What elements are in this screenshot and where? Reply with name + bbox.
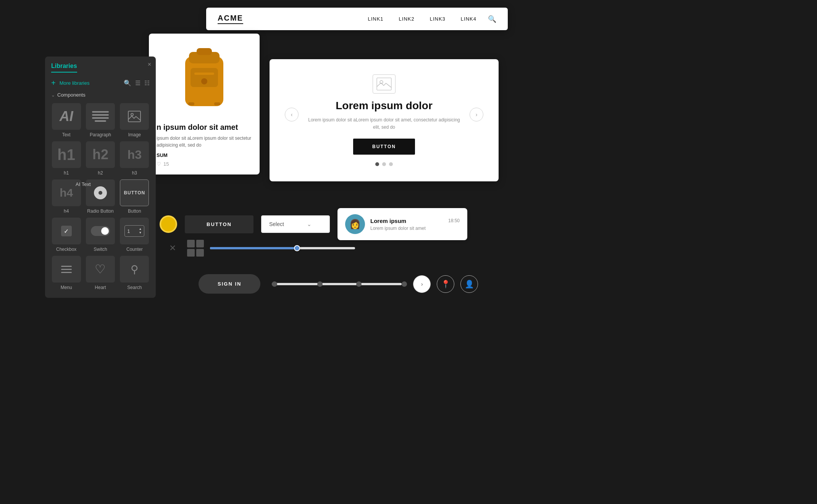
nav-link-4[interactable]: LINK4 [461,16,476,22]
component-search[interactable]: ⚲ Search [119,256,150,290]
component-h1[interactable]: h1 h1 [51,141,81,176]
paragraph-component-label: Paragraph [90,132,111,137]
grid-icon[interactable] [187,240,204,257]
svg-rect-0 [128,111,140,122]
radio-button-component[interactable] [160,215,177,233]
counter-component-icon: 1▲▼ [120,218,149,244]
svg-point-1 [131,113,133,116]
stepper-step-2 [317,281,323,287]
carousel-title: Lorem ipsum dolor [306,100,462,112]
svg-point-7 [201,78,207,84]
search-component-icon: ⚲ [120,256,149,283]
text-component-label: Text [62,132,71,137]
image-component-label: Image [128,132,141,137]
component-menu[interactable]: Menu [51,256,81,290]
heart-component-icon: ♡ [86,256,115,283]
carousel-button[interactable]: BUTTON [353,139,415,155]
carousel-dot-3[interactable] [389,162,393,166]
component-grid: AI Text Paragraph Image [51,103,150,290]
component-h2[interactable]: h2 h2 [85,141,115,176]
stepper-step-4 [402,281,407,287]
nav-search-icon[interactable]: 🔍 [488,15,496,23]
nav-link-1[interactable]: LINK1 [368,16,383,22]
component-heart[interactable]: ♡ Heart [85,256,115,290]
switch-component-label: Switch [94,247,107,252]
chat-message-component: 👩 Lorem ipsum 18:50 Lorem ipsum dolor si… [337,208,467,240]
checkbox-component-label: Checkbox [56,247,76,252]
slider-progress-row: ✕ [164,240,355,257]
heart-component-label: Heart [95,285,106,290]
nav-link-2[interactable]: LINK2 [399,16,415,22]
svg-rect-8 [188,102,194,105]
svg-rect-6 [194,73,214,75]
carousel-next-button[interactable]: › [470,108,483,121]
image-component-icon [120,103,149,130]
sign-in-button[interactable]: SIGN IN [199,274,260,294]
product-card: n ipsum dolor sit amet ipsum dolor sit a… [149,34,260,174]
list-view-icon[interactable]: ☰ [135,79,140,87]
paragraph-component-icon [86,103,115,130]
chat-name: Lorem ipsum [370,218,406,224]
h3-component-icon: h3 [120,141,149,168]
product-description: ipsum dolor sit aLorem ipsum dolor sit s… [157,135,252,149]
stepper-track [272,283,402,285]
component-switch[interactable]: Switch [85,218,115,252]
h2-component-label: h2 [98,170,103,176]
carousel-prev-button[interactable]: ‹ [285,108,299,121]
close-x-icon[interactable]: ✕ [164,240,181,257]
menu-component-icon [52,256,81,283]
chevron-icon: ⌄ [51,92,55,98]
hero-carousel: ‹ Lorem ipsum dolor Lorem ipsum dolor si… [270,59,499,181]
next-arrow-button[interactable]: › [413,275,431,293]
search-component-label: Search [127,285,142,290]
carousel-dot-2[interactable] [382,162,386,166]
component-text[interactable]: AI Text [51,103,81,137]
stepper-step-1 [272,281,277,287]
h1-component-icon: h1 [52,141,81,168]
select-placeholder: Select [269,221,284,227]
h2-component-icon: h2 [86,141,115,168]
component-h3[interactable]: h3 h3 [119,141,150,176]
carousel-description: Lorem ipsum dolor sit aLorem ipsum dolor… [306,116,462,131]
carousel-dot-1[interactable] [375,162,379,166]
product-image [157,41,252,118]
chat-message: Lorem ipsum dolor sit amet [370,226,460,231]
bottom-components-row: BUTTON Select ⌄ 👩 Lorem ipsum 18:50 Lore… [160,208,467,240]
component-counter[interactable]: 1▲▼ Counter [119,218,150,252]
nav-logo: ACME [218,14,243,24]
signin-row: SIGN IN › 📍 👤 [199,274,478,294]
carousel-content: Lorem ipsum dolor Lorem ipsum dolor sit … [299,74,470,155]
components-label: Components [57,92,86,98]
product-title: n ipsum dolor sit amet [157,123,252,132]
nav-link-3[interactable]: LINK3 [430,16,446,22]
component-checkbox[interactable]: ✓ Checkbox [51,218,81,252]
radio-inner-dot [166,222,170,226]
component-image[interactable]: Image [119,103,150,137]
h3-component-label: h3 [132,170,137,176]
svg-rect-4 [197,48,212,55]
close-icon[interactable]: × [148,61,151,68]
product-price: SUM [157,152,252,158]
search-toolbar-icon[interactable]: 🔍 [124,79,131,87]
likes-count: 15 [163,161,169,167]
add-library-button[interactable]: + [51,79,56,87]
text-component-icon: AI [52,103,81,130]
product-heart-likes: ♡ 15 [157,161,252,167]
component-paragraph[interactable]: Paragraph [85,103,115,137]
radio-component-label: Radio Button [87,208,113,214]
chat-header: Lorem ipsum 18:50 [370,218,460,224]
grid-view-icon[interactable]: ☷ [144,79,150,87]
checkbox-component-icon: ✓ [52,218,81,244]
more-libraries-link[interactable]: More libraries [60,80,120,86]
ai-text-floating-label: AI Text [76,181,91,187]
main-button-component[interactable]: BUTTON [185,215,253,233]
counter-component-label: Counter [126,247,143,252]
heart-icon[interactable]: ♡ [157,161,161,167]
components-header: ⌄ Components [51,92,150,98]
progress-slider[interactable] [210,244,355,252]
location-icon: 📍 [437,275,454,293]
select-component[interactable]: Select ⌄ [261,215,330,233]
carousel-inner: ‹ Lorem ipsum dolor Lorem ipsum dolor si… [285,74,483,155]
chat-content: Lorem ipsum 18:50 Lorem ipsum dolor sit … [370,218,460,231]
component-button[interactable]: BUTTON Button [119,179,150,214]
